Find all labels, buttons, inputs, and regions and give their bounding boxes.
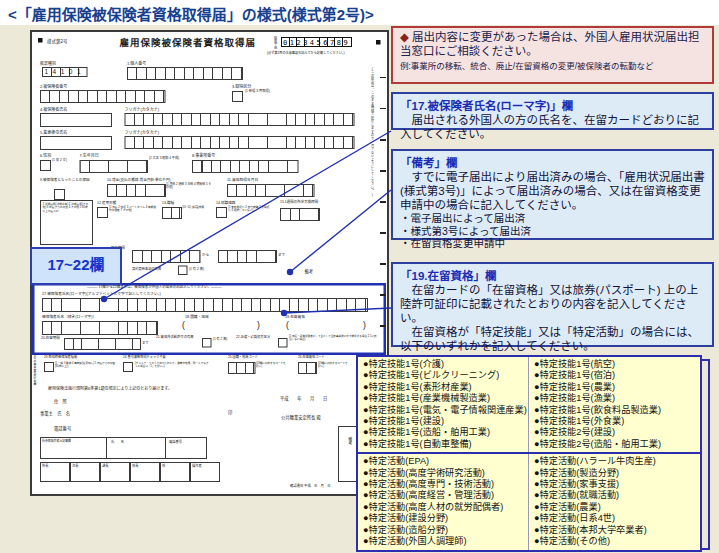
table-column: ●特定技能1号(介護) ●特定技能1号(ビルクリーニング) ●特定技能1号(素形…	[358, 357, 529, 452]
field-label: 15.1週間の所定労働時間	[280, 200, 345, 204]
field-options: (1 一般 3 季節 4 高年齢(任意加入) 5 日雇からの切替(65歳以上))	[55, 361, 118, 368]
field-label: 1.個人番号	[127, 61, 146, 66]
divider	[106, 438, 107, 458]
status-item: ●特定技能2号(建設)	[534, 427, 697, 438]
input-cells	[218, 250, 277, 263]
status-item: ●特定技能1号(ビルクリーニング)	[363, 370, 525, 381]
stamp-box: 係	[160, 462, 190, 482]
tokutei-ginou-section: ●特定技能1号(介護) ●特定技能1号(ビルクリーニング) ●特定技能1号(素形…	[356, 355, 702, 454]
status-item: ●特定活動(その他)	[534, 536, 697, 547]
status-item: ●特定活動(本邦大学卒業者)	[534, 525, 697, 536]
form-note: (必ず第2面の注意事項を読んでから記載してください。)	[267, 51, 344, 55]
field-label: まで	[142, 341, 149, 345]
field-label: 22.派遣・請負就労区分	[236, 335, 276, 339]
standard-digits: 0123456789	[281, 37, 352, 47]
registration-mark	[376, 40, 381, 45]
field-label: 事業主 氏 名	[40, 411, 70, 416]
field-label: 住 所	[54, 399, 67, 404]
page-title: <「雇用保険被保険者資格取得届」の様式(様式第2号)>	[8, 3, 374, 24]
field-label: 8.事業所番号	[192, 153, 215, 158]
status-item: ●特定活動(家事支援)	[534, 479, 697, 490]
status-item: ●特定活動(造船分野)	[363, 525, 525, 536]
input-cells	[125, 136, 355, 149]
input-box	[178, 266, 188, 276]
field-label: 26.在留資格コード	[298, 355, 325, 359]
title-band: <「雇用保険被保険者資格取得届」の様式(様式第2号)>	[0, 0, 719, 25]
field-options: (1 有 2 無)	[189, 267, 204, 271]
field-options: (チェック・リストが出力されたが、調査の結果、同一人でなかった場合に「1」を記入…	[135, 361, 210, 368]
callout-body: 届出される外国人の方の氏名を、在留カードどおりに記入してください。	[400, 113, 705, 141]
input-cells	[162, 207, 182, 219]
status-item: ●特定技能1号(漁業)	[534, 393, 697, 404]
sr-name-label: 氏 名	[111, 440, 124, 444]
input-cells	[127, 67, 243, 80]
input-cells	[227, 184, 315, 197]
table-column: ●特定技能1号(航空) ●特定技能1号(宿泊) ●特定技能1号(農業) ●特定技…	[529, 357, 700, 452]
paren-close: )	[257, 320, 260, 331]
field-options: (1 有 2 無)	[213, 337, 233, 341]
notice-text: ◆ 届出内容に変更があった場合は、外国人雇用状況届出担当窓口にご相談ください。	[400, 31, 705, 59]
status-item: ●特定技能1号(飲食料品製造業)	[534, 405, 697, 416]
field-options: (18欄に対応するコードを記入)	[256, 361, 287, 368]
status-item: ●特定技能1号(航空)	[534, 359, 697, 370]
field-label: 25.国籍・地域コード	[228, 355, 258, 359]
field-label: フリガナ(カタカナ)	[125, 107, 160, 112]
field-label: 帳票種別	[40, 61, 56, 66]
notice-example: 例:事業所の移転、統合、廃止/在留資格の変更/被保険者の転勤など	[400, 59, 705, 71]
field-label: 12.雇用形態	[97, 200, 116, 205]
stamp-box: 操作者	[190, 462, 220, 482]
status-item: ●特定技能1号(素形材産業)	[363, 382, 525, 393]
sr-label: 社会保険労務士記載欄	[42, 439, 72, 443]
stamp-box: 所長	[40, 462, 70, 482]
paren-open: (	[286, 320, 289, 331]
field-label: 5.変更後の氏名	[40, 130, 67, 135]
notice-body: 届出内容に変更があった場合は、外国人雇用状況届出担当窓口にご相談ください。	[400, 31, 700, 57]
stamp-label: 課長	[102, 464, 109, 468]
status-item: ●特定活動(ハラール牛肉生産)	[534, 456, 697, 467]
std-font-label: 標準字体	[273, 36, 277, 51]
field-label: まで	[278, 253, 285, 257]
stamp-label: 所長	[42, 464, 49, 468]
input-box	[54, 189, 65, 200]
input-cells	[40, 90, 166, 103]
status-item: ●特定技能1号(農業)	[534, 382, 697, 393]
registration-mark	[38, 38, 43, 43]
field-label: 21.資格外活動許可の有無	[156, 335, 200, 339]
input-box	[40, 113, 112, 127]
status-item: ●特定技能1号(外食業)	[534, 416, 697, 427]
callout-remarks: 「備考」欄 すでに電子届出により届出済みの場合、「雇用状況届出書(様式第3号)」…	[391, 149, 714, 240]
status-item: ●特定活動(EPA)	[363, 456, 525, 467]
input-box	[97, 207, 108, 218]
guide-page: <「雇用保険被保険者資格取得届」の様式(様式第2号)> 様式第2号 雇用保険被保…	[0, 0, 719, 553]
field-label: 19.在留資格	[285, 314, 305, 319]
callout-list-item: ・様式第3号によって届出済	[400, 225, 705, 238]
input-cells	[80, 160, 149, 173]
table-column: ●特定活動(EPA) ●特定活動(高度学術研究活動) ●特定活動(高度専門・技術…	[358, 454, 529, 549]
field-options: (01~11) 第2面参照	[182, 205, 210, 208]
form-type-code: 14101	[42, 67, 88, 77]
input-box	[232, 91, 243, 102]
field-label: 7.生年月日	[80, 153, 99, 158]
callout-list-item: ・電子届出によって届出済	[400, 212, 705, 225]
input-cells	[42, 298, 368, 312]
input-box	[216, 207, 227, 218]
confirm-note: 確認通知 平成 年 月 日	[290, 484, 330, 488]
status-item: ●特定活動(外国人調理師)	[363, 536, 525, 547]
status-item: ●特定技能1号(産業機械製造業)	[363, 393, 525, 404]
addressee: 公共職業安定所長 殿	[281, 415, 321, 420]
field-label: 18.国籍・地域	[185, 314, 209, 319]
stamp-label: 操作者	[192, 464, 202, 468]
field-label: 9.被保険者となったことの原因	[40, 177, 96, 182]
status-item: ●特定活動(高度人材の就労配偶者)	[363, 502, 525, 513]
field-label: 24.番号複数取得チェック不要	[123, 355, 166, 359]
stamp-label: 係	[162, 464, 165, 468]
status-item: ●特定技能1号(電気・電子情報関連産業)	[363, 405, 525, 416]
tokutei-katsudou-section: ●特定活動(EPA) ●特定活動(高度学術研究活動) ●特定活動(高度専門・技術…	[356, 452, 702, 551]
input-box	[278, 338, 288, 348]
field-label: 4.被保険者氏名	[40, 107, 67, 112]
status-table: ●特定技能1号(介護) ●特定技能1号(ビルクリーニング) ●特定技能1号(素形…	[356, 355, 702, 552]
callout-title: 「備考」欄	[400, 154, 705, 170]
seal-mark: 印	[228, 410, 232, 415]
rows-17-22-tag: 17~22欄	[30, 247, 122, 285]
callout-body: 在留資格が「特定技能」又は「特定活動」の場合には、以下のいずれかを記入してくださ…	[400, 325, 705, 353]
